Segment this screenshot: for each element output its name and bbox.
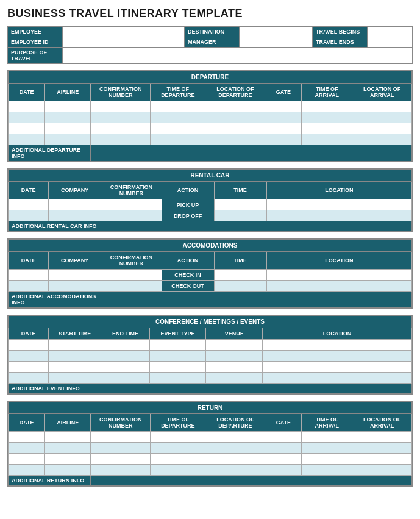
employee-id-value[interactable] [63,37,185,48]
ret-col-loc-dep: LOCATION OF DEPARTURE [205,414,265,432]
table-row[interactable] [9,101,412,112]
accommodations-title: ACCOMODATIONS [9,240,412,252]
ret-col-time-dep: TIME OF DEPARTURE [151,414,205,432]
ret-col-confirmation: CONFIRMATION NUMBER [91,414,151,432]
table-row[interactable] [9,123,412,134]
acc-col-company: COMPANY [49,252,101,270]
employee-id-label: EMPLOYEE ID [8,37,63,48]
rc-col-location: LOCATION [266,182,411,199]
departure-title: DEPARTURE [9,71,412,84]
ret-col-date: DATE [9,414,45,432]
destination-value[interactable] [240,27,313,37]
acc-col-time: TIME [214,252,266,270]
rc-col-action: ACTION [162,182,214,199]
table-row[interactable] [9,134,412,145]
manager-value[interactable] [240,37,313,48]
table-row[interactable] [9,443,412,454]
rc-col-company: COMPANY [49,182,101,199]
destination-label: DESTINATION [185,27,240,37]
rental-car-title: RENTAL CAR [9,170,412,182]
table-row[interactable] [9,432,412,443]
accommodations-additional-label: ADDITIONAL ACCOMODATIONS INFO [9,292,101,308]
rental-car-section: RENTAL CAR DATE COMPANY CONFIRMATION NUM… [7,168,413,232]
table-row[interactable] [9,373,412,384]
ret-col-loc-arr: LOCATION OF ARRIVAL [352,414,412,432]
purpose-value[interactable] [63,48,413,64]
dep-col-time-dep: TIME OF DEPARTURE [151,84,205,101]
travel-begins-label: TRAVEL BEGINS [313,27,368,37]
dep-col-loc-arr: LOCATION OF ARRIVAL [352,84,412,101]
table-row[interactable] [9,454,412,465]
dropoff-action: DROP OFF [162,210,214,221]
dep-col-loc-dep: LOCATION OF DEPARTURE [205,84,265,101]
ret-col-gate: GATE [265,414,302,432]
accommodations-section: ACCOMODATIONS DATE COMPANY CONFIRMATION … [7,238,413,309]
dep-col-time-arr: TIME OF ARRIVAL [302,84,352,101]
table-row[interactable] [9,362,412,373]
checkin-action: CHECK IN [162,270,214,281]
table-row[interactable]: CHECK OUT [9,281,412,292]
ev-col-type: EVENT TYPE [149,328,206,340]
events-title: CONFERENCE / MEETINGS / EVENTS [9,316,412,328]
rental-car-additional-label: ADDITIONAL RENTAL CAR INFO [9,221,101,232]
return-section: RETURN DATE AIRLINE CONFIRMATION NUMBER … [7,401,413,487]
events-section: CONFERENCE / MEETINGS / EVENTS DATE STAR… [7,315,413,395]
rental-car-additional-row: ADDITIONAL RENTAL CAR INFO [9,221,412,232]
checkout-action: CHECK OUT [162,281,214,292]
departure-additional-label: ADDITIONAL DEPARTURE INFO [9,145,91,162]
pickup-action: PICK UP [162,199,214,210]
table-row[interactable] [9,351,412,362]
ev-col-date: DATE [9,328,49,340]
return-additional-label: ADDITIONAL RETURN INFO [9,476,91,486]
travel-ends-label: TRAVEL ENDS [313,37,368,48]
dep-col-gate: GATE [265,84,302,101]
rc-col-date: DATE [9,182,49,199]
departure-additional-row: ADDITIONAL DEPARTURE INFO [9,145,412,162]
employee-value[interactable] [63,27,185,37]
table-row[interactable]: DROP OFF [9,210,412,221]
accommodations-additional-row: ADDITIONAL ACCOMODATIONS INFO [9,292,412,308]
dep-col-airline: AIRLINE [45,84,91,101]
table-row[interactable] [9,340,412,351]
purpose-label: PURPOSE OF TRAVEL [8,48,63,64]
table-row[interactable]: PICK UP [9,199,412,210]
ev-col-start: START TIME [49,328,101,340]
ret-col-airline: AIRLINE [45,414,91,432]
acc-col-confirmation: CONFIRMATION NUMBER [101,252,162,270]
return-additional-row: ADDITIONAL RETURN INFO [9,476,412,486]
dep-col-confirmation: CONFIRMATION NUMBER [91,84,151,101]
rc-col-confirmation: CONFIRMATION NUMBER [101,182,162,199]
employee-label: EMPLOYEE [8,27,63,37]
ev-col-end: END TIME [101,328,149,340]
departure-section: DEPARTURE DATE AIRLINE CONFIRMATION NUMB… [7,70,413,162]
ret-col-time-arr: TIME OF ARRIVAL [302,414,352,432]
page-title: BUSINESS TRAVEL ITINERARY TEMPLATE [7,7,413,20]
rc-col-time: TIME [214,182,266,199]
events-additional-row: ADDITIONAL EVENT INFO [9,384,412,394]
acc-col-action: ACTION [162,252,214,270]
manager-label: MANAGER [185,37,240,48]
acc-col-date: DATE [9,252,49,270]
ev-col-location: LOCATION [263,328,412,340]
dep-col-date: DATE [9,84,45,101]
events-additional-label: ADDITIONAL EVENT INFO [9,384,101,394]
table-row[interactable]: CHECK IN [9,270,412,281]
table-row[interactable] [9,465,412,476]
return-title: RETURN [9,402,412,414]
travel-begins-value[interactable] [368,27,413,37]
table-row[interactable] [9,112,412,123]
ev-col-venue: VENUE [206,328,263,340]
travel-ends-value[interactable] [368,37,413,48]
acc-col-location: LOCATION [266,252,411,270]
